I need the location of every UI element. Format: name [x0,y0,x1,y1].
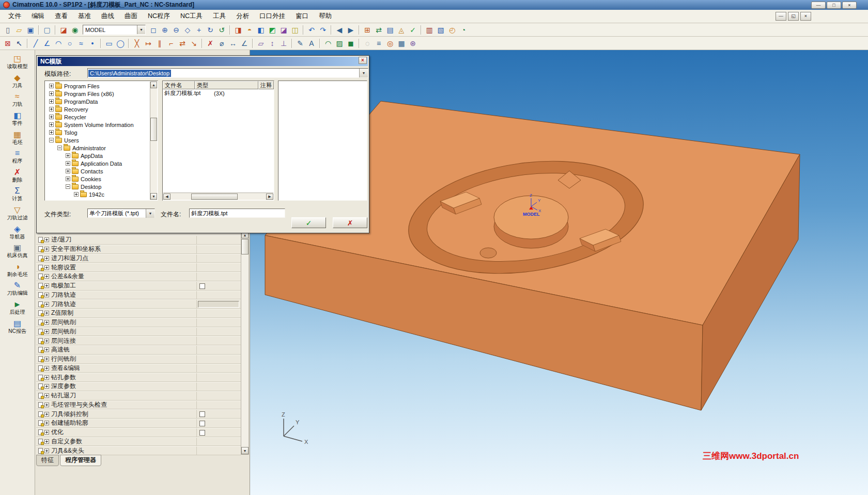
expand-plus-icon[interactable] [44,412,49,417]
scrollbar-thumb[interactable] [241,239,249,254]
sidebar-item-machine-simulation[interactable]: ▣ 机床仿真 [0,242,35,261]
column-header[interactable]: 类型 [195,81,258,89]
param-row[interactable]: Z值限制 [36,309,241,318]
menu-nc-tools[interactable]: NC工具 [175,10,208,23]
surface-icon[interactable]: ▨ [334,38,345,49]
tree-item[interactable]: Contacts [46,167,149,175]
param-row[interactable]: 电极加工 [36,281,241,291]
snap-icon[interactable]: ◎ [384,38,396,49]
param-row[interactable]: 深度参数 [36,382,241,391]
folder-tree[interactable]: Program Files Program Files (x86) Progra… [44,81,158,201]
sidebar-item-delete[interactable]: ✗ 删除 [0,166,35,185]
scrollbar-thumb[interactable] [191,194,238,200]
tree-item[interactable]: Program Files (x86) [46,90,149,98]
param-row[interactable]: 层间铣削 [36,327,241,337]
hide-icon[interactable]: ◌ [362,38,373,49]
next-step-icon[interactable]: ▶ [345,24,357,35]
tree-item[interactable]: System Volume Information [46,121,149,129]
tree-item[interactable]: Tslog [46,129,149,136]
projection-icon[interactable]: ◠ [322,38,334,49]
param-row[interactable]: 公差&&余量 [36,272,241,281]
param-row[interactable]: 查看&编辑 [36,364,241,373]
pan-icon[interactable]: + [193,24,205,35]
template-file-list[interactable]: 文件名类型注释 斜度刀模板.tpt (3X) ◀ ▶ [162,81,274,201]
param-row[interactable]: 进/退刀 [36,235,241,245]
param-row[interactable]: 进刀和退刀点 [36,254,241,263]
expand-plus-icon[interactable] [44,357,49,361]
plane-icon[interactable]: ▱ [255,38,267,49]
view-front-icon[interactable]: ◨ [233,24,244,35]
measure-icon[interactable]: ⌀ [216,38,227,49]
tree-expander-icon[interactable] [66,161,70,166]
expand-plus-icon[interactable] [44,247,49,251]
close-button[interactable]: × [842,2,857,9]
refresh-icon[interactable]: ↺ [216,24,227,35]
line-icon[interactable]: ╱ [30,38,41,49]
param-row[interactable]: 高速铣 [36,345,241,355]
tab-features[interactable]: 特征 [36,455,59,466]
menu-view[interactable]: 查看 [50,10,73,23]
mirror-icon[interactable]: ⇄ [177,38,188,49]
text-icon[interactable]: A [306,38,317,49]
trim-icon[interactable]: ╳ [131,38,143,49]
scale-icon[interactable]: ↘ [188,38,199,49]
cancel-button[interactable]: ✗ [333,217,367,228]
rotate-view-icon[interactable]: ↻ [205,24,216,35]
tree-expander-icon[interactable] [49,99,54,104]
maximize-button[interactable]: □ [827,2,841,9]
sidebar-item-tools[interactable]: ◆ 刀具 [0,72,35,91]
param-scrollbar[interactable]: ▲ ▼ [241,231,249,455]
param-row[interactable]: 层间连接 [36,336,241,345]
param-row[interactable]: 刀具倾斜控制 [36,409,241,419]
combo-dropdown-icon[interactable]: ▼ [359,69,368,77]
simulate-icon[interactable]: ▥ [424,24,435,35]
tree-expander-icon[interactable] [49,91,54,96]
new-file-icon[interactable]: ▯ [2,24,13,35]
tree-expander-icon[interactable] [49,107,54,111]
tree-item[interactable]: Recovery [46,105,149,113]
expand-plus-icon[interactable] [44,366,49,371]
options-icon[interactable]: ⊛ [407,38,419,49]
param-row[interactable]: 毛坯管理与夹头检查 [36,401,241,410]
expand-plus-icon[interactable] [44,347,49,352]
time-estimate-icon[interactable]: ◴ [446,24,458,35]
rectangle-icon[interactable]: ▭ [103,38,115,49]
menu-curve[interactable]: 曲线 [96,10,119,23]
open-folder-icon[interactable]: ▱ [13,24,25,35]
tree-scrollbar[interactable]: ▲ ▼ [150,82,157,200]
tree-item[interactable]: Program Files [46,82,149,90]
expand-plus-icon[interactable] [44,449,49,453]
tab-program-manager[interactable]: 程序管理器 [60,455,101,466]
expand-plus-icon[interactable] [44,302,49,307]
grid-icon[interactable]: ▦ [396,38,407,49]
tree-expander-icon[interactable] [74,192,79,197]
view-side-icon[interactable]: ◧ [255,24,267,35]
sidebar-item-calculate[interactable]: Σ 计算 [0,185,35,204]
layers-icon[interactable]: ≡ [373,38,384,49]
mdi-minimize-button[interactable]: — [776,12,786,21]
sidebar-item-toolpath-edit[interactable]: ✎ 刀轨编辑 [0,279,35,298]
tree-expander-icon[interactable] [49,122,54,127]
tree-item[interactable]: Administrator [46,144,149,152]
param-row[interactable]: 轮廓设置 [36,263,241,272]
param-row[interactable]: 层间铣削 [36,318,241,327]
row-value-field[interactable] [198,301,239,308]
menu-file[interactable]: 文件 [3,10,26,23]
fillet-icon[interactable]: ⌐ [165,38,177,49]
redo-icon[interactable]: ↷ [317,24,329,35]
tree-expander-icon[interactable] [49,115,54,119]
param-row[interactable]: 钻孔参数 [36,373,241,382]
expand-plus-icon[interactable] [44,393,49,398]
tree-expander-icon[interactable] [49,84,54,88]
verify-icon[interactable]: ✓ [407,24,419,35]
machine-icon[interactable]: ▧ [435,24,446,35]
row-checkbox[interactable] [199,283,205,289]
sketch-icon[interactable]: ✎ [295,38,306,49]
display-cube-icon[interactable]: ◪ [58,24,69,35]
menu-nc-program[interactable]: NC程序 [143,10,175,23]
expand-plus-icon[interactable] [44,265,49,270]
mdi-restore-button[interactable]: ◱ [788,12,799,21]
view-bottom-icon[interactable]: ◫ [289,24,301,35]
sidebar-item-nc-report[interactable]: ▤ NC报告 [0,317,35,336]
expand-plus-icon[interactable] [44,311,49,315]
